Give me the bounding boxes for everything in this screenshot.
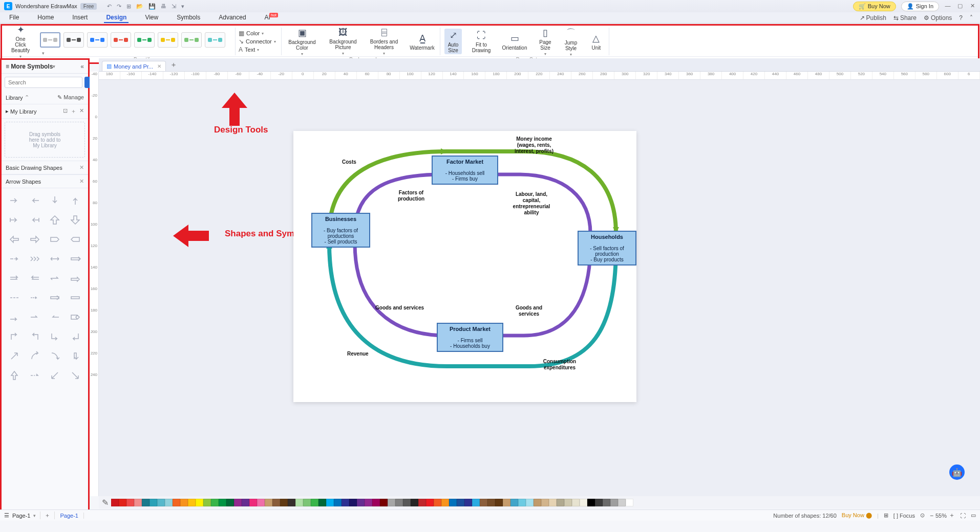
color-swatch[interactable] xyxy=(380,499,388,506)
theme-swatch-8[interactable] xyxy=(205,32,225,48)
arrow-shapes-section[interactable]: Arrow Shapes xyxy=(6,179,41,185)
borders-headers-button[interactable]: ⌸Borders and Headers▾ xyxy=(368,27,400,56)
arrow-shape-37[interactable] xyxy=(26,367,44,384)
color-swatch[interactable] xyxy=(180,499,188,506)
color-dropdown[interactable]: ▦Color▾ xyxy=(238,29,265,37)
arrow-shape-4[interactable] xyxy=(6,212,23,228)
color-swatch[interactable] xyxy=(226,499,234,506)
color-swatch[interactable] xyxy=(388,499,395,506)
menu-insert[interactable]: Insert xyxy=(70,13,90,23)
arrow-shape-13[interactable] xyxy=(26,251,44,267)
color-swatch[interactable] xyxy=(618,499,626,506)
grid-toggle-icon[interactable]: ⊞ xyxy=(884,512,888,519)
sign-in-button[interactable]: 👤Sign In xyxy=(901,2,939,11)
theme-swatch-2[interactable] xyxy=(63,32,84,48)
undo-icon[interactable]: ↶ xyxy=(107,3,112,10)
product-market-box[interactable]: Product Market - Firms sell - Households… xyxy=(437,323,503,352)
canvas[interactable]: Design Tools Shapes and Symbols xyxy=(99,80,980,496)
color-swatch[interactable] xyxy=(626,499,633,506)
arrow-shape-39[interactable] xyxy=(67,367,84,384)
focus-button[interactable]: [ ]Focus xyxy=(893,513,915,519)
businesses-box[interactable]: Businesses - Buy factors of productions … xyxy=(311,213,370,248)
arrow-shape-19[interactable] xyxy=(67,270,84,286)
color-swatch[interactable] xyxy=(249,499,257,506)
arrow-shape-9[interactable] xyxy=(26,231,44,248)
color-swatch[interactable] xyxy=(142,499,150,506)
options-button[interactable]: ⚙Options xyxy=(924,14,952,21)
color-swatch[interactable] xyxy=(472,499,480,506)
arrow-shape-34[interactable] xyxy=(47,348,64,364)
color-swatch[interactable] xyxy=(534,499,541,506)
color-swatch[interactable] xyxy=(564,499,572,506)
arrow-shape-3[interactable] xyxy=(67,192,84,209)
arrow-shape-15[interactable] xyxy=(67,251,84,267)
arrow-shape-10[interactable] xyxy=(47,231,64,248)
mylibrary-add-icon[interactable]: ＋ xyxy=(71,107,76,115)
color-swatch[interactable] xyxy=(487,499,495,506)
color-swatch[interactable] xyxy=(203,499,211,506)
menu-home[interactable]: Home xyxy=(35,13,56,23)
minimize-button[interactable]: — xyxy=(944,3,951,10)
fit-page-icon[interactable]: ⊙ xyxy=(920,512,925,519)
color-swatch[interactable] xyxy=(518,499,526,506)
menu-symbols[interactable]: Symbols xyxy=(175,13,202,23)
buy-now-button[interactable]: 🛒Buy Now xyxy=(853,2,896,11)
close-button[interactable]: ✕ xyxy=(969,3,976,10)
households-box[interactable]: Households - Sell factors of production … xyxy=(578,231,636,265)
theme-swatch-5[interactable] xyxy=(134,32,155,48)
basic-shapes-section[interactable]: Basic Drawing Shapes xyxy=(6,165,62,171)
page-size-button[interactable]: ▯Page Size▾ xyxy=(537,27,554,56)
arrow-shape-27[interactable] xyxy=(67,309,84,325)
color-swatch[interactable] xyxy=(587,499,595,506)
tab-close-icon[interactable]: ✕ xyxy=(157,63,161,69)
color-swatch[interactable] xyxy=(395,499,403,506)
color-swatch[interactable] xyxy=(603,499,610,506)
theme-swatch-3[interactable] xyxy=(87,32,108,48)
page-tab[interactable]: Page-1 xyxy=(55,513,83,519)
menu-advanced[interactable]: Advanced xyxy=(217,13,248,23)
color-swatch[interactable] xyxy=(280,499,288,506)
arrow-shape-29[interactable] xyxy=(26,328,44,345)
factor-market-box[interactable]: Factor Market - Households sell - Firms … xyxy=(432,156,498,185)
theme-gallery-more-icon[interactable]: ▾ xyxy=(40,51,47,56)
color-swatch[interactable] xyxy=(150,499,157,506)
color-swatch[interactable] xyxy=(342,499,349,506)
qat-more-icon[interactable]: ▾ xyxy=(181,3,184,10)
drawing-page[interactable]: Factor Market - Households sell - Firms … xyxy=(293,131,636,402)
color-swatch[interactable] xyxy=(434,499,441,506)
chatbot-button[interactable]: 🤖 xyxy=(949,464,965,480)
color-swatch[interactable] xyxy=(403,499,411,506)
color-swatch[interactable] xyxy=(257,499,265,506)
color-swatch[interactable] xyxy=(357,499,365,506)
color-swatch[interactable] xyxy=(580,499,587,506)
arrow-shape-2[interactable] xyxy=(47,192,64,209)
arrow-shape-31[interactable] xyxy=(67,328,84,345)
library-collapse-icon[interactable]: ⌃ xyxy=(25,94,29,101)
color-swatch[interactable] xyxy=(288,499,295,506)
arrow-shape-28[interactable] xyxy=(6,328,23,345)
background-picture-button[interactable]: 🖼Background Picture▾ xyxy=(327,27,359,56)
arrow-shape-12[interactable] xyxy=(6,251,23,267)
arrow-shape-30[interactable] xyxy=(47,328,64,345)
arrow-shape-23[interactable] xyxy=(67,290,84,306)
connector-dropdown[interactable]: ↘Connector▾ xyxy=(238,37,277,46)
arrow-shape-32[interactable] xyxy=(6,348,23,364)
color-swatch[interactable] xyxy=(334,499,342,506)
page-selector[interactable]: ☰ Page-1 ▾ xyxy=(0,512,40,519)
arrow-shape-0[interactable] xyxy=(6,192,23,209)
arrow-shape-5[interactable] xyxy=(26,212,44,228)
color-swatch[interactable] xyxy=(441,499,449,506)
color-swatch[interactable] xyxy=(219,499,226,506)
color-swatch[interactable] xyxy=(303,499,311,506)
arrow-shape-25[interactable] xyxy=(26,309,44,325)
jump-style-button[interactable]: ⌒Jump Style▾ xyxy=(562,27,580,57)
theme-swatch-7[interactable] xyxy=(181,32,202,48)
color-swatch[interactable] xyxy=(572,499,580,506)
presentation-icon[interactable]: ▭ xyxy=(971,512,976,519)
color-swatch[interactable] xyxy=(549,499,557,506)
color-swatch[interactable] xyxy=(196,499,203,506)
new-icon[interactable]: ⊞ xyxy=(126,3,131,10)
color-swatch[interactable] xyxy=(134,499,142,506)
arrow-shape-18[interactable] xyxy=(47,270,64,286)
arrow-shape-21[interactable] xyxy=(26,290,44,306)
